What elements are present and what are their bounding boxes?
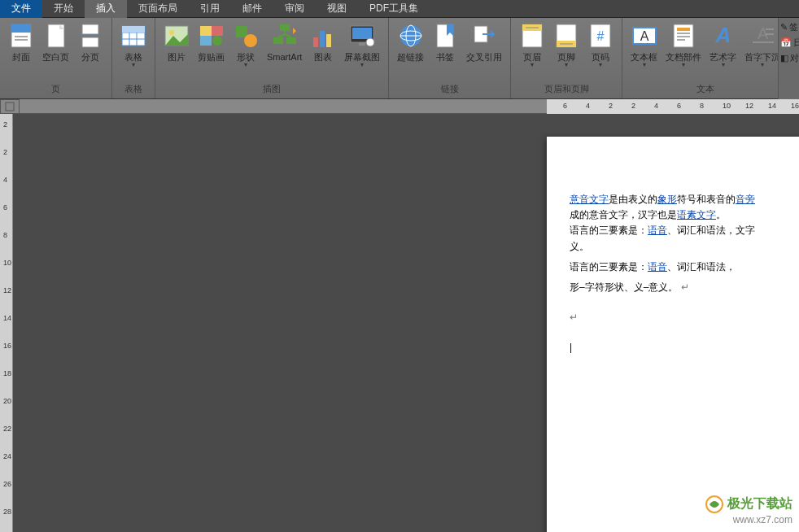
svg-rect-49 bbox=[677, 28, 690, 31]
ribbon-button-label: 分页 bbox=[81, 52, 99, 63]
ruler-tick: 6 bbox=[563, 102, 567, 110]
side-item-object[interactable]: ◧对 bbox=[780, 52, 797, 64]
ribbon-button-wordart[interactable]: A艺术字▾ bbox=[706, 21, 740, 70]
ribbon-button-label: 图片 bbox=[168, 52, 186, 63]
svg-point-15 bbox=[169, 30, 174, 35]
ribbon-button-page-break[interactable]: 分页 bbox=[74, 21, 107, 64]
svg-rect-3 bbox=[15, 39, 28, 41]
menu-tab-view[interactable]: 视图 bbox=[316, 0, 358, 18]
text-cursor: | bbox=[570, 340, 799, 355]
dropdown-arrow-icon: ▾ bbox=[722, 61, 725, 68]
calendar-icon: 📅 bbox=[780, 37, 792, 48]
paragraph-mark-icon: ↵ bbox=[681, 281, 689, 293]
page-break-icon bbox=[77, 23, 103, 49]
ribbon-button-label: 空白页 bbox=[42, 52, 69, 63]
ruler-tick: 4 bbox=[3, 176, 7, 184]
watermark-title: 极光下载站 bbox=[727, 496, 792, 510]
hyperlink-text[interactable]: 语素文字 bbox=[677, 209, 716, 220]
ribbon-button-pagenum[interactable]: #页码▾ bbox=[584, 21, 617, 70]
hyperlink-text[interactable]: 语音 bbox=[648, 261, 667, 273]
ribbon-button-chart[interactable]: 图表 bbox=[307, 21, 339, 64]
ribbon-button-crossref[interactable]: 交叉引用 bbox=[463, 21, 505, 64]
ruler-tick: 24 bbox=[3, 452, 11, 460]
ruler-tick: 22 bbox=[3, 425, 11, 433]
ribbon-button-label: 书签 bbox=[436, 52, 454, 63]
menu-tab-file[interactable]: 文件 bbox=[0, 0, 42, 18]
ribbon-button-clipart[interactable]: 剪贴画 bbox=[194, 21, 228, 64]
ruler-tick: 4 bbox=[586, 102, 590, 110]
document-page[interactable]: 意音文字是由表义的象形符号和表音的音旁 成的意音文字，汉字也是语素文字。 语言的… bbox=[547, 137, 799, 532]
menu-tab-references[interactable]: 引用 bbox=[189, 0, 231, 18]
menu-bar: 文件 开始 插入 页面布局 引用 邮件 审阅 视图 PDF工具集 bbox=[0, 0, 799, 18]
text-run: 。 bbox=[716, 209, 726, 220]
text-line: ↵ bbox=[570, 310, 799, 325]
ribbon-button-smartart[interactable]: SmartArt bbox=[264, 21, 305, 64]
hyperlink-text[interactable]: 象形 bbox=[657, 194, 677, 205]
chart-icon bbox=[310, 23, 336, 49]
menu-tab-layout[interactable]: 页面布局 bbox=[127, 0, 189, 18]
menu-tab-mail[interactable]: 邮件 bbox=[231, 0, 273, 18]
svg-rect-16 bbox=[200, 26, 212, 36]
hyperlink-text[interactable]: 语音 bbox=[648, 225, 667, 236]
text-run: 成的意音文字，汉字也是 bbox=[570, 209, 677, 220]
menu-tab-pdf[interactable]: PDF工具集 bbox=[358, 0, 430, 18]
ruler-tick: 8 bbox=[700, 102, 704, 110]
ruler-horizontal[interactable]: 64224681012141618 bbox=[20, 99, 799, 114]
ribbon-button-label: 超链接 bbox=[397, 52, 424, 63]
ribbon-button-footer[interactable]: 页脚▾ bbox=[550, 21, 583, 70]
paragraph-mark-icon: ↵ bbox=[570, 312, 578, 323]
ruler-vertical[interactable]: 2246810121416182022242628 bbox=[0, 114, 13, 532]
svg-rect-30 bbox=[359, 42, 365, 46]
svg-text:#: # bbox=[597, 29, 605, 43]
bookmark-icon bbox=[432, 23, 458, 49]
ruler-tick: 2 bbox=[609, 102, 613, 110]
ribbon-button-screenshot[interactable]: 屏幕截图▾ bbox=[341, 21, 383, 70]
dropcap-icon: A bbox=[749, 23, 775, 49]
group-label: 页眉和页脚 bbox=[516, 81, 617, 97]
menu-tab-review[interactable]: 审阅 bbox=[273, 0, 316, 18]
ruler-active: 64224681012141618 bbox=[547, 99, 799, 114]
workspace[interactable]: 意音文字是由表义的象形符号和表音的音旁 成的意音文字，汉字也是语素文字。 语言的… bbox=[13, 114, 799, 532]
hyperlink-text[interactable]: 音旁 bbox=[736, 194, 755, 205]
ruler-tick: 16 bbox=[791, 102, 799, 110]
ribbon-group-4: 页眉▾页脚▾#页码▾页眉和页脚 bbox=[511, 18, 622, 98]
ribbon-button-textbox[interactable]: A文本框▾ bbox=[627, 21, 661, 70]
svg-rect-1 bbox=[11, 24, 31, 33]
ribbon-button-hyperlink[interactable]: 超链接 bbox=[394, 21, 427, 64]
hyperlink-text[interactable]: 意音文字 bbox=[570, 194, 609, 205]
svg-rect-6 bbox=[82, 37, 98, 47]
menu-tab-home[interactable]: 开始 bbox=[42, 0, 85, 18]
svg-rect-13 bbox=[122, 26, 145, 33]
side-item-date[interactable]: 📅日 bbox=[780, 37, 797, 49]
ribbon-button-blank-page[interactable]: 空白页 bbox=[39, 21, 72, 64]
ribbon-button-shapes[interactable]: 形状▾ bbox=[229, 21, 262, 70]
ruler-tick: 6 bbox=[677, 102, 681, 110]
svg-rect-29 bbox=[352, 28, 372, 39]
ribbon-button-header[interactable]: 页眉▾ bbox=[516, 21, 548, 70]
ruler-tick: 14 bbox=[768, 102, 776, 110]
svg-rect-23 bbox=[273, 37, 283, 44]
svg-rect-58 bbox=[6, 102, 14, 111]
svg-rect-2 bbox=[15, 36, 28, 37]
menu-tab-insert[interactable]: 插入 bbox=[85, 0, 127, 18]
ribbon-button-bookmark[interactable]: 书签 bbox=[429, 21, 461, 64]
ribbon-button-cover-page[interactable]: 封面 bbox=[5, 21, 37, 64]
text-line: 意音文字是由表义的象形符号和表音的音旁 bbox=[570, 192, 799, 207]
ribbon-button-table[interactable]: 表格▾ bbox=[117, 21, 150, 70]
ruler-tick: 18 bbox=[3, 369, 11, 377]
ruler-corner[interactable] bbox=[0, 99, 20, 114]
side-item-signature[interactable]: ✎签 bbox=[780, 21, 797, 33]
wordart-icon: A bbox=[710, 23, 736, 49]
svg-rect-22 bbox=[280, 24, 290, 31]
ribbon-button-picture[interactable]: 图片 bbox=[160, 21, 193, 64]
ribbon-group-2: 图片剪贴画形状▾SmartArt图表屏幕截图▾插图 bbox=[155, 18, 389, 98]
text-line: 成的意音文字，汉字也是语素文字。 bbox=[570, 207, 799, 223]
text-run: 语言的三要素是： bbox=[570, 225, 648, 236]
docparts-icon bbox=[670, 23, 696, 49]
page-content[interactable]: 意音文字是由表义的象形符号和表音的音旁 成的意音文字，汉字也是语素文字。 语言的… bbox=[570, 192, 799, 356]
ribbon-button-label: 剪贴画 bbox=[198, 52, 225, 63]
ribbon-button-docparts[interactable]: 文档部件▾ bbox=[662, 21, 705, 70]
ribbon-group-3: 超链接书签交叉引用链接 bbox=[389, 18, 511, 98]
ruler-tick: 2 bbox=[3, 120, 7, 129]
text-line: 形–字符形状、义–意义。 ↵ bbox=[570, 280, 799, 295]
